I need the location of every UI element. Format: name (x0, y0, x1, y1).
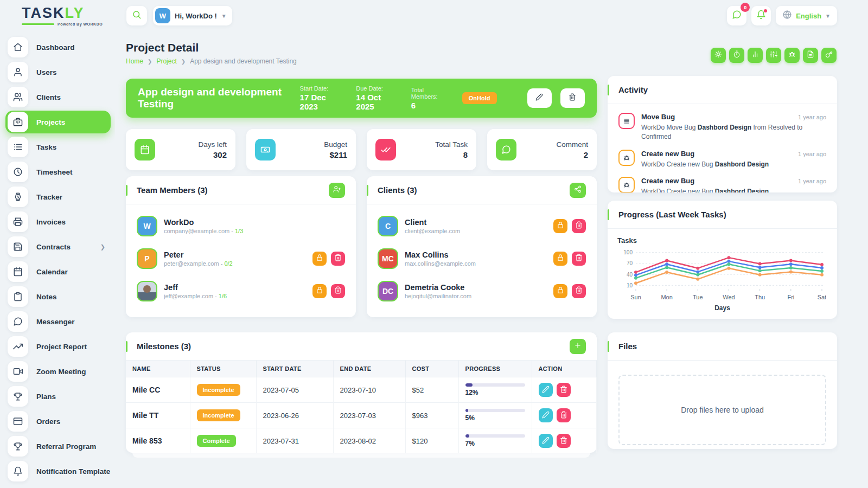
trophy-icon (8, 386, 28, 407)
activity-item-description: WorkDo Move Bug Dashbord Design from Res… (641, 123, 826, 142)
globe-icon (782, 10, 792, 22)
gear-button[interactable] (711, 48, 726, 63)
add-member-button[interactable] (329, 183, 345, 198)
timer-button[interactable] (729, 48, 744, 63)
delete-button[interactable] (331, 284, 345, 298)
breadcrumb: Home ❯ Project ❯ App design and developm… (126, 57, 597, 65)
svg-text:100: 100 (623, 249, 633, 255)
members-value: 6 (411, 101, 448, 110)
sidebar-item-dashboard[interactable]: Dashboard (5, 36, 111, 59)
sidebar-item-label: Calendar (36, 268, 68, 276)
sidebar: Dashboard Users Clients Projects Tasks T… (0, 34, 115, 488)
clients-card: Clients (3) C Client client@example.com … (367, 176, 597, 317)
sidebar-item-label: Invoices (36, 218, 66, 226)
bug-button[interactable] (784, 48, 800, 63)
edit-project-button[interactable] (527, 88, 552, 108)
stat-card-budget: Budget $211 (246, 129, 356, 170)
delete-milestone-button[interactable] (557, 408, 571, 422)
stat-value: 8 (435, 150, 468, 159)
stat-card-total-task: Total Task 8 (367, 129, 476, 170)
sidebar-item-users[interactable]: Users (5, 61, 111, 84)
sidebar-item-orders[interactable]: Orders (5, 410, 111, 433)
milestone-name: Mile CC (126, 377, 190, 403)
sidebar-item-notification-template[interactable]: Notification Template (5, 460, 111, 483)
sidebar-item-zoom-meeting[interactable]: Zoom Meeting (5, 360, 111, 383)
lock-button[interactable] (312, 284, 327, 298)
sidebar-item-contracts[interactable]: Contracts❯ (5, 235, 111, 258)
add-milestone-button[interactable] (570, 339, 586, 354)
milestone-status-badge: Incomplete (197, 409, 240, 421)
project-name: App design and development Testing (138, 86, 300, 110)
delete-milestone-button[interactable] (557, 434, 571, 448)
person-email: client@example.com (405, 228, 460, 234)
svg-text:Thu: Thu (755, 294, 765, 300)
sidebar-item-tasks[interactable]: Tasks (5, 136, 111, 158)
lock-button[interactable] (553, 252, 567, 266)
user-plus-icon (333, 185, 341, 195)
pencil-icon (542, 436, 550, 446)
avatar: C (378, 216, 398, 236)
sidebar-item-label: Clients (36, 93, 61, 101)
file-text-icon (807, 50, 814, 60)
sidebar-item-messenger[interactable]: Messenger (5, 310, 111, 333)
col-start-date: START DATE (256, 361, 333, 377)
file-text-button[interactable] (803, 48, 818, 63)
delete-milestone-button[interactable] (557, 383, 571, 397)
share-icon (574, 185, 582, 195)
user-menu[interactable]: W Hi, WorkDo ! ▼ (153, 6, 232, 25)
sidebar-item-referral-program[interactable]: Referral Program (5, 435, 111, 458)
language-selector[interactable]: English ▼ (776, 6, 837, 25)
members-label: Total Members: (411, 87, 448, 100)
progress-bar (465, 383, 525, 387)
notifications-button[interactable] (751, 6, 771, 25)
sidebar-item-plans[interactable]: Plans (5, 385, 111, 408)
page-title: Project Detail (126, 41, 597, 54)
messages-button[interactable]: 0 (727, 6, 746, 25)
person-email: jeff@example.com - 1/6 (164, 293, 227, 299)
sliders-button[interactable] (766, 48, 781, 63)
sidebar-item-projects[interactable]: Projects (5, 111, 111, 133)
sidebar-item-timesheet[interactable]: Timesheet (5, 160, 111, 183)
lock-button[interactable] (312, 252, 327, 266)
stat-value: 302 (198, 150, 227, 159)
delete-button[interactable] (572, 219, 586, 233)
breadcrumb-home[interactable]: Home (126, 57, 143, 65)
stat-label: Days left (198, 140, 227, 149)
team-member-row: Jeff jeff@example.com - 1/6 (137, 275, 345, 307)
activity-item-description: WorkDo Create new Bug Dashbord Design (641, 187, 826, 192)
person-email: company@example.com - 1/3 (164, 228, 243, 234)
lock-button[interactable] (553, 284, 567, 298)
edit-milestone-button[interactable] (539, 434, 553, 448)
delete-button[interactable] (572, 252, 586, 266)
lock-button[interactable] (553, 219, 567, 233)
file-dropzone[interactable]: Drop files here to upload (618, 375, 826, 445)
stat-label: Total Task (435, 140, 468, 149)
search-button[interactable] (126, 6, 147, 25)
sidebar-item-clients[interactable]: Clients (5, 86, 111, 108)
sidebar-item-notes[interactable]: Notes (5, 285, 111, 308)
edit-milestone-button[interactable] (539, 383, 553, 397)
trash-icon (560, 386, 567, 395)
progress-percent: 5% (465, 414, 525, 422)
milestone-end-date: 2023-07-10 (333, 377, 405, 403)
milestone-start-date: 2023-07-05 (256, 377, 333, 403)
sidebar-item-invoices[interactable]: Invoices (5, 210, 111, 233)
bar-chart-button[interactable] (748, 48, 763, 63)
milestone-start-date: 2023-06-26 (256, 403, 333, 428)
key-button[interactable] (821, 48, 837, 63)
delete-button[interactable] (331, 252, 345, 266)
delete-button[interactable] (572, 284, 586, 298)
breadcrumb-project[interactable]: Project (156, 57, 176, 65)
share-button[interactable] (570, 183, 586, 198)
trash-icon (575, 286, 583, 296)
sidebar-item-project-report[interactable]: Project Report (5, 335, 111, 358)
message-count-badge: 0 (741, 3, 750, 12)
milestone-name: Mile 853 (126, 428, 190, 454)
milestone-row: Mile CC Incomplete 2023-07-05 2023-07-10… (126, 377, 597, 403)
video-icon (8, 361, 28, 382)
due-date-label: Due Date: (356, 85, 397, 92)
edit-milestone-button[interactable] (539, 408, 553, 422)
delete-project-button[interactable] (560, 88, 585, 108)
sidebar-item-calendar[interactable]: Calendar (5, 260, 111, 283)
sidebar-item-tracker[interactable]: Tracker (5, 185, 111, 208)
